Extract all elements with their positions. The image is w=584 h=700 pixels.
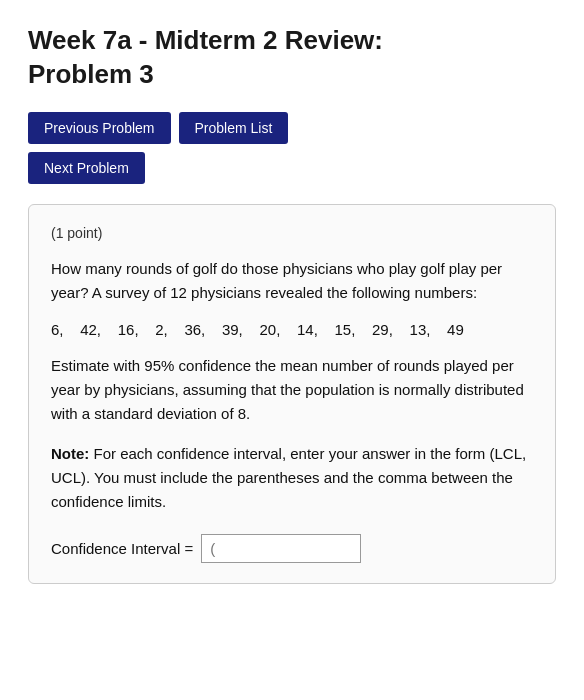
previous-problem-button[interactable]: Previous Problem: [28, 112, 171, 144]
problem-card: (1 point) How many rounds of golf do tho…: [28, 204, 556, 584]
nav-button-row-2: Next Problem: [28, 152, 556, 184]
note-text: Note: For each confidence interval, ente…: [51, 442, 533, 514]
problem-list-button[interactable]: Problem List: [179, 112, 289, 144]
next-problem-button[interactable]: Next Problem: [28, 152, 145, 184]
point-label: (1 point): [51, 225, 533, 241]
page-title: Week 7a - Midterm 2 Review: Problem 3: [28, 24, 556, 92]
nav-button-row-1: Previous Problem Problem List: [28, 112, 556, 144]
problem-question: How many rounds of golf do those physici…: [51, 257, 533, 305]
note-label: Note:: [51, 445, 89, 462]
confidence-label: Confidence Interval =: [51, 540, 193, 557]
estimate-text: Estimate with 95% confidence the mean nu…: [51, 354, 533, 426]
numbers-display: 6, 42, 16, 2, 36, 39, 20, 14, 15, 29, 13…: [51, 321, 533, 338]
note-body: For each confidence interval, enter your…: [51, 445, 526, 510]
confidence-interval-input[interactable]: [201, 534, 361, 563]
confidence-row: Confidence Interval =: [51, 534, 533, 563]
numbers-line1: 6, 42, 16, 2, 36, 39, 20, 14, 15, 29, 13…: [51, 321, 464, 338]
